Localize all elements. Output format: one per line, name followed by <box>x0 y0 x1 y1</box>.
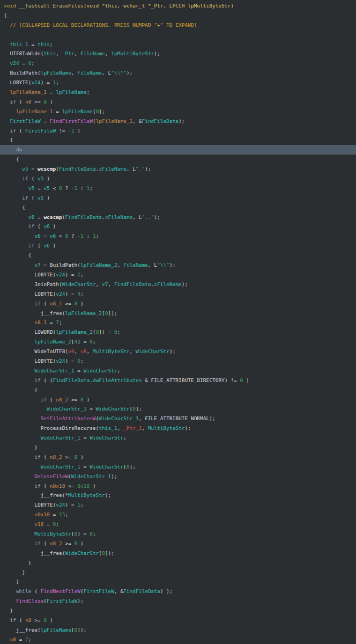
code-line[interactable]: SetFileAttributesW(WideCharStr_1, FILE_A… <box>0 414 356 423</box>
code-line[interactable]: lpFileName_1 = lpFileName; <box>0 87 356 97</box>
code-line[interactable]: this_1 = this; <box>0 40 356 49</box>
code-token: "\\" <box>157 262 169 268</box>
code-token <box>4 377 34 383</box>
code-line[interactable]: j__free(WideCharStr[0]); <box>0 548 356 558</box>
code-line[interactable]: if ( v5 ) <box>0 174 356 184</box>
code-token: { <box>4 12 7 18</box>
code-line[interactable]: v5 = wcscmp(FindFileData.cFileName, L"."… <box>0 164 356 174</box>
code-line[interactable]: v18 = 0; <box>0 519 356 529</box>
code-line[interactable]: { <box>0 135 356 145</box>
code-line[interactable]: UTF8ToWide(this, _Ptr, FileName, lpMulti… <box>0 49 356 58</box>
code-line[interactable]: FindClose(FirstFileW); <box>0 596 356 606</box>
code-token: lpFileName <box>62 108 93 114</box>
code-token: ) <box>47 99 53 105</box>
code-token <box>4 540 34 546</box>
code-line[interactable]: if ( FirstFileW != -1 ) <box>0 126 356 136</box>
code-line[interactable]: LOBYTE(v24) = 1; <box>0 500 356 510</box>
code-line[interactable]: } <box>0 443 356 452</box>
pseudocode-view[interactable]: void __fastcall EraseFiles(void *this, w… <box>0 0 356 644</box>
code-line[interactable]: LOBYTE(v24) = 4; <box>0 289 356 299</box>
code-line[interactable]: if ( v6 ) <box>0 241 356 251</box>
code-line[interactable]: } <box>0 577 356 587</box>
code-line[interactable]: void __fastcall EraseFiles(void *this, w… <box>0 1 356 11</box>
code-line[interactable]: if ( n8_2 >= 8 ) <box>0 395 356 405</box>
code-line[interactable]: } <box>0 606 356 616</box>
code-line[interactable]: WideCharStr_1 = WideCharStr[0]; <box>0 404 356 414</box>
code-line[interactable]: if ( n8 >= 8 ) <box>0 97 356 107</box>
code-token: ( <box>41 483 50 489</box>
code-line[interactable]: FirstFileW = FindFirstFileW(lpFileName_1… <box>0 116 356 126</box>
code-line[interactable]: if ( n8_1 >= 8 ) <box>0 299 356 309</box>
code-line[interactable]: n8_1 = 7; <box>0 318 356 327</box>
code-token: v5 <box>38 175 43 181</box>
code-line[interactable]: j__free(lpFileName_2[0]); <box>0 309 356 318</box>
code-line[interactable]: LOBYTE(v24) = 2; <box>0 270 356 280</box>
code-line[interactable]: MultiByteStr[0] = 0; <box>0 529 356 539</box>
code-token: cFileName <box>99 166 126 172</box>
code-line[interactable]: lpFileName_2[4] = 0; <box>0 337 356 347</box>
code-token: n8_2 <box>56 397 68 402</box>
code-token: WideToUTF8 <box>4 348 65 354</box>
code-line[interactable]: if ( n8 >= 8 ) <box>0 616 356 625</box>
code-token: FindFileData <box>123 588 160 594</box>
code-token: ]); <box>77 627 86 633</box>
code-token: { <box>4 387 38 393</box>
code-line[interactable]: if ( (FindFileData.dwFileAttributes & FI… <box>0 376 356 385</box>
code-line[interactable]: JoinPath(WideCharStr, v7, FindFileData.c… <box>0 280 356 289</box>
code-line[interactable]: n0x10 = 15; <box>0 510 356 519</box>
code-line[interactable]: BuildPath(lpFileName, FileName, L"\\*"); <box>0 68 356 78</box>
code-line[interactable]: WideCharStr_1 = WideCharStr; <box>0 366 356 376</box>
code-token: ; <box>32 60 35 66</box>
code-token: FileName <box>80 50 105 56</box>
code-token: FindFileData <box>142 118 179 124</box>
code-token: n0x10 <box>4 511 50 517</box>
code-line[interactable]: j__free(lpFileName[0]); <box>0 625 356 635</box>
code-token: dwFileAttributes <box>93 377 142 383</box>
code-token: JoinPath <box>4 281 59 287</box>
code-line[interactable]: { <box>0 203 356 213</box>
code-token <box>4 617 10 623</box>
code-line[interactable]: if ( n8_2 >= 8 ) <box>0 452 356 462</box>
code-line[interactable]: v6 = wcscmp(FindFileData.cFileName, L"..… <box>0 213 356 222</box>
code-line[interactable]: LOWORD(lpFileName_2[0]) = 0; <box>0 327 356 337</box>
code-line[interactable]: if ( v5 ) <box>0 193 356 203</box>
code-line[interactable]: v24 = 0; <box>0 58 356 68</box>
code-line[interactable]: lpFileName_1 = lpFileName[0]; <box>0 107 356 116</box>
code-line[interactable]: // [COLLAPSED LOCAL DECLARATIONS. PRESS … <box>0 20 356 30</box>
code-line[interactable]: } <box>0 568 356 577</box>
code-line[interactable]: while ( FindNextFileW(FirstFileW, &FindF… <box>0 587 356 596</box>
code-line[interactable]: { <box>0 11 356 20</box>
code-line[interactable]: v7 = BuildPath(lpFileName_2, FileName, L… <box>0 260 356 270</box>
code-line[interactable]: if ( n0x10 >= 0x10 ) <box>0 481 356 491</box>
code-line[interactable]: ProcessDirsRecurse(this_1, _Ptr_1, Multi… <box>0 423 356 433</box>
current-line-highlight[interactable]: do <box>0 145 356 155</box>
code-token: ]); <box>105 550 114 556</box>
code-line[interactable]: { <box>0 385 356 395</box>
code-line[interactable]: j__free(*MultiByteStr); <box>0 491 356 500</box>
code-token: = <box>47 89 56 95</box>
code-line[interactable]: v5 = v5 < 0 ? -1 : 1; <box>0 184 356 193</box>
code-line[interactable]: WideToUTF8(v9, v8, MultiByteStr, WideCha… <box>0 347 356 356</box>
code-token <box>4 243 28 248</box>
code-token: , <box>139 415 145 421</box>
code-line[interactable]: if ( v6 ) <box>0 222 356 231</box>
code-token: , L <box>148 262 157 268</box>
code-line[interactable]: n8 = 7; <box>0 635 356 644</box>
code-token: ( <box>16 617 25 623</box>
code-token <box>4 195 22 201</box>
code-line[interactable]: DeleteFileW(WideCharStr_1); <box>0 472 356 481</box>
code-line[interactable]: LOBYTE(v24) = 5; <box>0 356 356 366</box>
code-line[interactable]: WideCharStr_1 = WideCharStr; <box>0 433 356 443</box>
code-line[interactable]: { <box>0 251 356 260</box>
code-line[interactable]: v6 = v6 < 0 ? -1 : 1; <box>0 231 356 241</box>
code-line[interactable]: } <box>0 558 356 568</box>
code-line[interactable]: LOBYTE(v24) = 1; <box>0 78 356 87</box>
code-token <box>4 301 34 306</box>
code-token: v7 <box>4 262 41 268</box>
code-token: ) ); <box>160 588 173 594</box>
code-line[interactable] <box>0 30 356 40</box>
code-token: ) <box>243 377 249 383</box>
code-line[interactable]: WideCharStr_1 = WideCharStr[0]; <box>0 462 356 472</box>
code-line[interactable]: { <box>0 155 356 164</box>
code-line[interactable]: if ( n8_2 >= 8 ) <box>0 539 356 548</box>
